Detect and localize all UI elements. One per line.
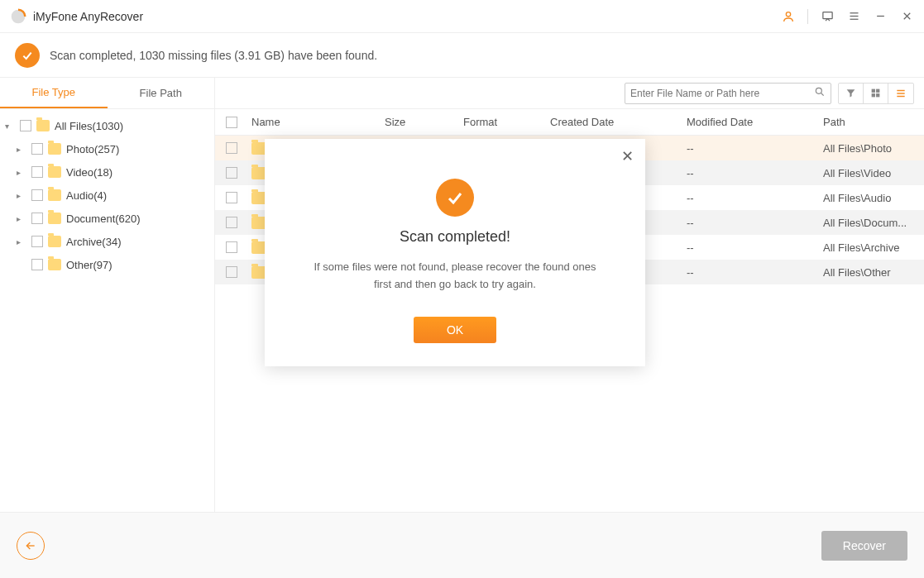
chevron-right-icon[interactable]: ▸ <box>17 191 26 200</box>
tree-root[interactable]: ▾ All Files(1030) <box>2 114 213 137</box>
checkbox[interactable] <box>31 189 43 201</box>
folder-icon <box>48 143 61 155</box>
content-toolbar <box>215 78 924 109</box>
titlebar: iMyFone AnyRecover <box>0 0 924 33</box>
svg-rect-2 <box>822 12 831 19</box>
tree-item[interactable]: ▸Archive(34) <box>2 230 213 253</box>
tree-item-label: Video(18) <box>66 166 113 179</box>
col-modified[interactable]: Modified Date <box>687 116 823 128</box>
tree-item-label: Photo(257) <box>66 143 119 155</box>
tab-file-path-label: File Path <box>140 87 182 99</box>
checkbox[interactable] <box>31 213 43 224</box>
status-message: Scan completed, 1030 missing files (3.91… <box>50 49 377 62</box>
tree-item[interactable]: ▸Video(18) <box>2 160 213 184</box>
folder-icon <box>36 120 50 131</box>
row-checkbox[interactable] <box>226 192 237 203</box>
tree-item-label: Document(620) <box>66 213 141 225</box>
minimize-icon[interactable] <box>873 9 888 24</box>
folder-icon <box>48 259 61 270</box>
chevron-down-icon[interactable]: ▾ <box>5 122 15 131</box>
footer: Recover <box>0 512 924 578</box>
row-checkbox[interactable] <box>226 142 237 154</box>
back-button[interactable] <box>17 532 45 560</box>
cell-modified: -- <box>687 192 823 204</box>
checkbox[interactable] <box>20 120 31 131</box>
search-icon[interactable] <box>814 86 826 101</box>
dialog-ok-button[interactable]: OK <box>414 317 496 343</box>
titlebar-icons <box>781 9 914 24</box>
svg-rect-11 <box>872 89 875 93</box>
divider <box>807 9 808 24</box>
checkbox[interactable] <box>31 236 43 247</box>
file-tree: ▾ All Files(1030) ▸Photo(257)▸Video(18)▸… <box>0 109 214 281</box>
row-checkbox[interactable] <box>226 167 237 179</box>
sidebar-tabs: File Type File Path <box>0 78 214 109</box>
cell-path: All Files\Photo <box>823 142 924 155</box>
dialog-check-icon <box>436 179 474 217</box>
col-format[interactable]: Format <box>463 116 550 128</box>
col-name[interactable]: Name <box>248 116 385 128</box>
row-checkbox[interactable] <box>226 241 237 253</box>
cell-path: All Files\Archive <box>823 241 924 254</box>
user-icon[interactable] <box>781 9 796 24</box>
grid-view-icon[interactable] <box>864 84 888 103</box>
tree-item-label: Other(97) <box>66 259 113 271</box>
cell-path: All Files\Video <box>823 167 924 179</box>
chevron-right-icon[interactable]: ▸ <box>17 214 26 223</box>
cell-path: All Files\Audio <box>823 192 924 204</box>
status-check-icon <box>15 43 40 68</box>
tree-item[interactable]: ▸Audio(4) <box>2 184 213 207</box>
dialog-text: If some files were not found, please rec… <box>285 259 625 294</box>
cell-path: All Files\Other <box>823 266 924 279</box>
col-size[interactable]: Size <box>385 116 463 128</box>
svg-line-10 <box>821 93 824 95</box>
checkbox[interactable] <box>31 143 43 155</box>
status-bar: Scan completed, 1030 missing files (3.91… <box>0 33 924 78</box>
tree-item[interactable]: ▸Document(620) <box>2 207 213 230</box>
feedback-icon[interactable] <box>820 9 835 24</box>
select-all-checkbox[interactable] <box>226 117 237 128</box>
chevron-right-icon[interactable]: ▸ <box>17 237 26 246</box>
cell-modified: -- <box>687 167 823 179</box>
svg-point-1 <box>786 12 790 16</box>
list-view-icon[interactable] <box>888 84 913 103</box>
cell-modified: -- <box>687 142 823 155</box>
tree-root-label: All Files(1030) <box>55 120 123 132</box>
svg-rect-12 <box>876 89 879 93</box>
search-input[interactable] <box>630 88 814 99</box>
view-toolbar <box>838 83 914 104</box>
checkbox[interactable] <box>31 259 43 270</box>
svg-rect-14 <box>876 93 879 97</box>
folder-icon <box>48 166 61 178</box>
sidebar: File Type File Path ▾ All Files(1030) ▸P… <box>0 78 215 512</box>
dialog-close-icon[interactable]: ✕ <box>621 147 634 165</box>
tree-item[interactable]: ▸Photo(257) <box>2 137 213 160</box>
cell-modified: -- <box>687 241 823 254</box>
row-checkbox[interactable] <box>226 266 237 278</box>
tree-item-label: Archive(34) <box>66 236 121 248</box>
col-created[interactable]: Created Date <box>550 116 687 128</box>
table-header: Name Size Format Created Date Modified D… <box>215 109 924 136</box>
close-icon[interactable] <box>899 9 914 24</box>
tree-item[interactable]: Other(97) <box>2 253 213 276</box>
col-path[interactable]: Path <box>823 116 924 128</box>
tab-file-path[interactable]: File Path <box>108 78 215 108</box>
chevron-right-icon[interactable]: ▸ <box>17 168 26 177</box>
tab-file-type-label: File Type <box>31 86 75 98</box>
menu-icon[interactable] <box>846 9 861 24</box>
scan-complete-dialog: ✕ Scan completed! If some files were not… <box>265 139 645 366</box>
checkbox[interactable] <box>31 166 43 178</box>
tab-file-type[interactable]: File Type <box>0 78 108 108</box>
row-checkbox[interactable] <box>226 217 237 228</box>
chevron-right-icon[interactable]: ▸ <box>17 145 26 154</box>
search-box[interactable] <box>625 83 831 104</box>
recover-button[interactable]: Recover <box>821 531 907 561</box>
dialog-ok-label: OK <box>447 323 463 337</box>
dialog-title: Scan completed! <box>285 228 625 246</box>
filter-icon[interactable] <box>839 84 864 103</box>
app-logo-icon <box>10 8 26 25</box>
folder-icon <box>48 213 61 224</box>
folder-icon <box>48 189 61 201</box>
cell-modified: -- <box>687 217 823 229</box>
app-title: iMyFone AnyRecover <box>33 10 781 23</box>
